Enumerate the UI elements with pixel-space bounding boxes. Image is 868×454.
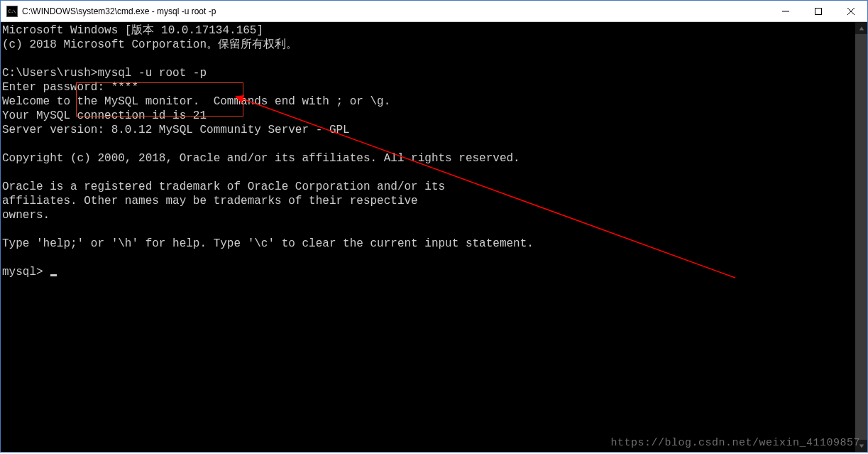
scroll-up-arrow-icon[interactable]: [855, 22, 867, 34]
cmd-window: C:\WINDOWS\system32\cmd.exe - mysql -u r…: [0, 0, 868, 453]
scrollbar-track[interactable]: [855, 34, 867, 440]
maximize-button[interactable]: [802, 1, 835, 22]
close-button[interactable]: [835, 1, 867, 22]
window-titlebar[interactable]: C:\WINDOWS\system32\cmd.exe - mysql -u r…: [1, 1, 867, 22]
terminal-output[interactable]: Microsoft Windows [版本 10.0.17134.165] (c…: [1, 22, 867, 452]
window-title: C:\WINDOWS\system32\cmd.exe - mysql -u r…: [22, 6, 769, 16]
scrollbar-thumb[interactable]: [855, 34, 867, 440]
terminal-cursor: [50, 274, 57, 276]
cmd-icon: [6, 6, 18, 17]
minimize-button[interactable]: [769, 1, 802, 22]
vertical-scrollbar[interactable]: [855, 22, 867, 452]
watermark-text: https://blog.csdn.net/weixin_41109857: [610, 437, 860, 449]
terminal-area: Microsoft Windows [版本 10.0.17134.165] (c…: [1, 22, 867, 452]
svg-rect-1: [815, 9, 822, 15]
svg-marker-6: [859, 26, 863, 30]
window-controls: [769, 1, 867, 21]
